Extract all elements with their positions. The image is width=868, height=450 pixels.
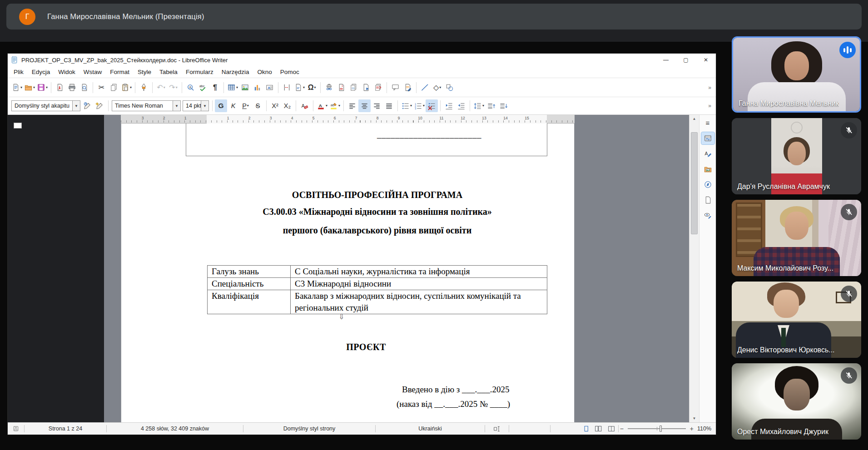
document-modified-icon[interactable]	[8, 425, 24, 432]
paragraph-style-dropdown-icon[interactable]: ▼	[72, 101, 80, 111]
track-changes-button[interactable]	[402, 81, 414, 94]
participant-tile[interactable]: Орест Михайлович Джурик	[732, 363, 861, 440]
line-spacing-dropdown-icon[interactable]: ▾	[482, 104, 484, 108]
italic-button[interactable]: K	[227, 99, 239, 112]
basic-shapes-button[interactable]: ◇▾	[431, 81, 443, 94]
toolbar-overflow-icon[interactable]: »	[708, 84, 713, 91]
paste-button[interactable]: ▾	[120, 81, 133, 94]
text-language[interactable]: Ukraiński	[376, 425, 485, 432]
special-character-button[interactable]: Ω▾	[306, 81, 318, 94]
insert-chart-button[interactable]	[251, 81, 263, 94]
menu-tabela[interactable]: Tabela	[155, 67, 182, 77]
save-dropdown-icon[interactable]: ▾	[46, 86, 48, 89]
window-titlebar[interactable]: PROJEKT_OP_C3_MV_ZP_bak_2025_Стейкхолдер…	[8, 54, 716, 66]
insert-line-button[interactable]	[419, 81, 431, 94]
decrease-indent-button[interactable]	[455, 99, 467, 112]
scroll-up-icon[interactable]: ▲	[689, 115, 699, 123]
font-size-combo[interactable]: 14 pkt▼	[183, 100, 209, 111]
insert-hyperlink-button[interactable]	[323, 81, 335, 94]
menu-okno[interactable]: Okno	[253, 67, 276, 77]
print-preview-button[interactable]	[78, 81, 90, 94]
print-button[interactable]	[66, 81, 78, 94]
zoom-level[interactable]: 110%	[695, 425, 716, 432]
copy-button[interactable]	[108, 81, 120, 94]
view-book-icon[interactable]	[605, 425, 618, 433]
align-left-button[interactable]	[346, 99, 358, 112]
insert-comment-button[interactable]	[389, 81, 402, 94]
increase-indent-button[interactable]	[443, 99, 455, 112]
export-pdf-button[interactable]	[54, 81, 66, 94]
line-spacing-button[interactable]: ▾	[472, 99, 485, 112]
toolbar-overflow-icon[interactable]: »	[708, 103, 713, 109]
menu-wstaw[interactable]: Wstaw	[79, 67, 106, 77]
new-style-button[interactable]	[94, 99, 106, 112]
cut-button[interactable]: ✂	[95, 81, 108, 94]
menu-formularz[interactable]: Formularz	[182, 67, 218, 77]
undo-dropdown-icon[interactable]: ▾	[164, 86, 165, 89]
justify-button[interactable]	[383, 99, 395, 112]
bullet-list-dropdown-icon[interactable]: ▾	[410, 104, 412, 108]
menu-narzędzia[interactable]: Narzędzia	[218, 67, 253, 77]
font-name-dropdown-icon[interactable]: ▼	[173, 101, 180, 111]
zoom-slider[interactable]	[628, 425, 686, 432]
insert-field-button[interactable]: ▾	[293, 81, 306, 94]
document-canvas[interactable]: 321123456789101112131415 _______________…	[104, 115, 689, 422]
paste-dropdown-icon[interactable]: ▾	[130, 86, 132, 89]
find-replace-button[interactable]: a	[184, 81, 197, 94]
page-style[interactable]: Domyślny styl strony	[243, 425, 375, 432]
sidebar-tab-page[interactable]	[701, 194, 714, 206]
sidebar-tab-properties[interactable]	[701, 132, 714, 144]
font-size-dropdown-icon[interactable]: ▼	[201, 101, 208, 111]
menu-plik[interactable]: Plik	[10, 67, 28, 77]
insert-cross-reference-button[interactable]	[372, 81, 384, 94]
zoom-out-button[interactable]: −	[619, 425, 625, 432]
no-list-button[interactable]	[426, 99, 438, 112]
redo-button[interactable]: ↷▾	[167, 81, 179, 94]
zoom-slider-handle[interactable]	[660, 425, 662, 432]
sidebar-tab-gallery[interactable]	[701, 163, 714, 175]
participant-tile[interactable]: Максим Миколайович Розу...	[732, 200, 861, 276]
update-style-button[interactable]	[81, 99, 94, 112]
open-dropdown-icon[interactable]: ▾	[33, 86, 35, 89]
insert-field-dropdown-icon[interactable]: ▾	[303, 86, 305, 89]
subscript-button[interactable]: X₂	[281, 99, 293, 112]
save-button[interactable]: ▾	[36, 81, 49, 94]
decrease-paragraph-spacing-button[interactable]	[497, 99, 510, 112]
sidebar-tab-sidebar-settings[interactable]: ≡	[701, 117, 714, 129]
clone-formatting-button[interactable]	[138, 81, 150, 94]
underline-button[interactable]: P▾	[239, 99, 252, 112]
scroll-down-icon[interactable]: ▼	[689, 415, 699, 422]
new-document-button[interactable]: ▾	[10, 81, 23, 94]
sidebar-tab-navigator[interactable]	[701, 178, 714, 191]
numbered-list-button[interactable]: 123▾	[413, 99, 426, 112]
participant-tile[interactable]: Ганна Мирославівна Мельник	[732, 36, 861, 113]
undo-button[interactable]: ↶▾	[155, 81, 167, 94]
insert-text-box-button[interactable]: A	[263, 81, 276, 94]
redo-dropdown-icon[interactable]: ▾	[176, 86, 178, 89]
participant-tile[interactable]: Денис Вікторович Юрковсь...	[732, 282, 861, 358]
insert-mode-icon[interactable]	[485, 425, 509, 433]
highlight-color-button[interactable]: ab▾	[328, 99, 341, 112]
insert-image-button[interactable]	[239, 81, 251, 94]
close-button[interactable]: ✕	[696, 54, 716, 66]
show-draw-functions-button[interactable]	[443, 81, 456, 94]
insert-table-button[interactable]: ▾	[226, 81, 239, 94]
strikethrough-button[interactable]: S	[252, 99, 264, 112]
bold-button[interactable]: G	[215, 99, 227, 112]
numbered-list-dropdown-icon[interactable]: ▾	[423, 104, 425, 108]
minimize-button[interactable]: —	[656, 54, 676, 66]
font-name-combo[interactable]: Times New Roman▼	[112, 100, 181, 111]
spelling-button[interactable]: abc	[197, 81, 209, 94]
participant-tile[interactable]: Дар'я Русланівна Аврамчук	[732, 118, 861, 194]
basic-shapes-dropdown-icon[interactable]: ▾	[439, 86, 441, 89]
document-page[interactable]: _______________________ ОСВІТНЬО-ПРОФЕСІ…	[121, 124, 575, 422]
menu-style[interactable]: Style	[134, 67, 155, 77]
insert-bookmark-button[interactable]	[360, 81, 372, 94]
vertical-scrollbar[interactable]: ▲ ▼	[689, 115, 699, 422]
menu-pomoc[interactable]: Pomoc	[276, 67, 303, 77]
font-color-button[interactable]: A▾	[316, 99, 328, 112]
align-center-button[interactable]	[358, 99, 371, 112]
align-right-button[interactable]	[371, 99, 383, 112]
clear-formatting-button[interactable]: A	[298, 99, 311, 112]
view-multi-page-icon[interactable]	[592, 425, 605, 433]
